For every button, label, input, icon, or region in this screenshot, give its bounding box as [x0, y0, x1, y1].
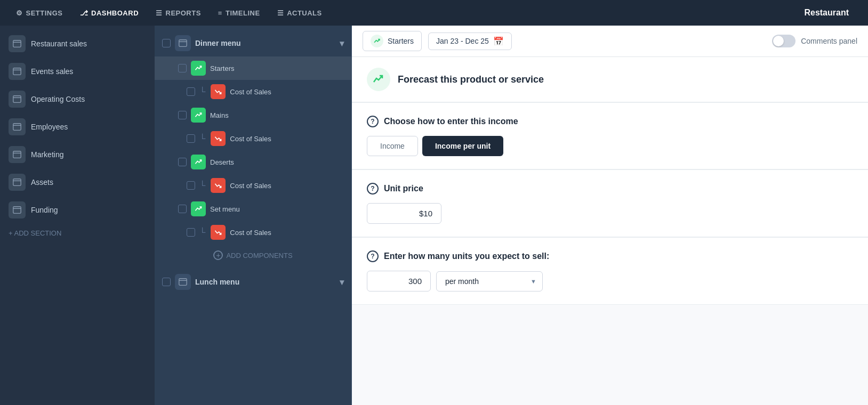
app-title: Restaurant — [804, 8, 859, 18]
unit-price-section: ? Unit price — [352, 170, 868, 237]
breadcrumb-trend-icon — [371, 35, 383, 47]
breadcrumb-pill[interactable]: Starters — [363, 31, 422, 51]
reports-icon: ☰ — [156, 9, 163, 17]
svg-rect-2 — [13, 68, 21, 75]
deserts-cos-checkbox[interactable] — [187, 181, 195, 190]
unit-price-title: ? Unit price — [367, 183, 853, 195]
units-section-label: Enter how many units you expect to sell: — [384, 252, 549, 261]
sidebar-item-operating-costs[interactable]: Operating Costs — [0, 85, 155, 113]
sidebar-label-employees: Employees — [31, 123, 68, 131]
calendar-icon: 📅 — [493, 36, 504, 46]
nav-label-actuals: ACTUALS — [287, 9, 322, 17]
units-help-icon[interactable]: ? — [367, 250, 379, 262]
menu-group-lunch: Lunch menu ▾ — [155, 269, 351, 295]
units-field[interactable] — [367, 271, 431, 291]
main-layout: Restaurant sales Events sales Operating … — [0, 26, 868, 405]
nav-items: ⚙ SETTINGS ⎇ DASHBOARD ☰ REPORTS ≡ TIMEL… — [9, 6, 804, 20]
income-help-icon[interactable]: ? — [367, 116, 379, 127]
setmenu-label: Set menu — [210, 205, 240, 213]
sidebar: Restaurant sales Events sales Operating … — [0, 26, 155, 405]
sidebar-item-restaurant-sales[interactable]: Restaurant sales — [0, 30, 155, 58]
svg-rect-4 — [13, 96, 21, 103]
mains-trend-icon — [191, 108, 206, 123]
starters-label: Starters — [210, 64, 235, 72]
nav-item-settings[interactable]: ⚙ SETTINGS — [9, 6, 70, 20]
sidebar-item-funding[interactable]: Funding — [0, 196, 155, 224]
sidebar-item-events-sales[interactable]: Events sales — [0, 58, 155, 85]
income-button[interactable]: Income — [367, 136, 418, 156]
sub-item-deserts-cos[interactable]: └ Cost of Sales — [155, 174, 351, 197]
nav-label-dashboard: DASHBOARD — [91, 9, 139, 17]
income-button-group: Income Income per unit — [367, 136, 853, 156]
forecast-title: Forecast this product or service — [398, 74, 544, 85]
add-components-button[interactable]: + ADD COMPONENTS — [155, 244, 351, 266]
top-nav: ⚙ SETTINGS ⎇ DASHBOARD ☰ REPORTS ≡ TIMEL… — [0, 0, 868, 26]
date-range-label: Jan 23 - Dec 25 — [436, 37, 489, 45]
setmenu-cos-checkbox[interactable] — [187, 228, 195, 237]
period-select[interactable]: per month per week per year — [436, 271, 543, 291]
dinner-menu-checkbox[interactable] — [162, 39, 171, 47]
nav-item-dashboard[interactable]: ⎇ DASHBOARD — [73, 6, 147, 20]
sub-item-starters-cos[interactable]: └ Cost of Sales — [155, 80, 351, 103]
forecast-section: Forecast this product or service — [352, 57, 868, 102]
unit-price-field[interactable] — [367, 203, 441, 224]
menu-item-mains[interactable]: Mains — [155, 103, 351, 127]
sidebar-label-operating-costs: Operating Costs — [31, 95, 85, 103]
income-type-section: ? Choose how to enter this income Income… — [352, 103, 868, 169]
nav-label-reports: REPORTS — [166, 9, 201, 17]
unit-price-label: Unit price — [384, 184, 423, 193]
operating-costs-icon — [9, 91, 26, 108]
lunch-menu-checkbox[interactable] — [162, 278, 171, 286]
setmenu-trend-icon — [191, 201, 206, 216]
menu-item-deserts[interactable]: Deserts — [155, 150, 351, 174]
menu-item-set-menu[interactable]: Set menu — [155, 197, 351, 221]
sub-item-mains-cos[interactable]: └ Cost of Sales — [155, 127, 351, 150]
lunch-menu-chevron: ▾ — [340, 277, 344, 287]
starters-checkbox[interactable] — [178, 64, 187, 72]
right-panel: Starters Jan 23 - Dec 25 📅 Comments pane… — [352, 26, 868, 405]
deserts-cos-icon — [211, 178, 226, 193]
mains-cos-checkbox[interactable] — [187, 134, 195, 143]
nav-item-timeline[interactable]: ≡ TIMELINE — [211, 6, 268, 20]
setmenu-cos-label: Cost of Sales — [230, 229, 271, 237]
toggle-knob — [773, 36, 784, 46]
sidebar-label-marketing: Marketing — [31, 150, 63, 159]
menu-item-starters[interactable]: Starters — [155, 56, 351, 80]
svg-rect-0 — [13, 40, 21, 47]
assets-icon — [9, 174, 26, 191]
svg-rect-10 — [13, 179, 21, 186]
period-select-wrapper: per month per week per year — [436, 271, 543, 291]
comments-toggle: Comments panel — [772, 35, 857, 47]
unit-price-help-icon[interactable]: ? — [367, 183, 379, 195]
add-section-label: + ADD SECTION — [9, 229, 61, 237]
tree-line-deserts: └ — [199, 181, 205, 190]
mains-cos-label: Cost of Sales — [230, 135, 271, 143]
nav-item-actuals[interactable]: ☰ ACTUALS — [270, 6, 329, 20]
lunch-menu-header[interactable]: Lunch menu ▾ — [155, 269, 351, 295]
deserts-checkbox[interactable] — [178, 158, 187, 166]
income-per-unit-button[interactable]: Income per unit — [422, 136, 503, 156]
sub-item-setmenu-cos[interactable]: └ Cost of Sales — [155, 221, 351, 244]
svg-rect-16 — [179, 279, 187, 286]
dinner-menu-icon — [175, 35, 191, 51]
menu-group-dinner: Dinner menu ▾ Starters └ — [155, 30, 351, 266]
nav-item-reports[interactable]: ☰ REPORTS — [148, 6, 208, 20]
comments-toggle-switch[interactable] — [772, 35, 795, 47]
date-range-pill[interactable]: Jan 23 - Dec 25 📅 — [428, 33, 512, 50]
sidebar-item-marketing[interactable]: Marketing — [0, 141, 155, 168]
actuals-icon: ☰ — [277, 9, 284, 17]
deserts-trend-icon — [191, 155, 206, 169]
setmenu-checkbox[interactable] — [178, 205, 187, 213]
starters-cos-checkbox[interactable] — [187, 87, 195, 96]
add-section-button[interactable]: + ADD SECTION — [0, 224, 155, 242]
deserts-cos-label: Cost of Sales — [230, 182, 271, 190]
sidebar-item-employees[interactable]: Employees — [0, 113, 155, 141]
sidebar-item-assets[interactable]: Assets — [0, 168, 155, 196]
forecast-icon-wrap — [367, 68, 390, 91]
dinner-menu-header[interactable]: Dinner menu ▾ — [155, 30, 351, 56]
lunch-menu-icon — [175, 274, 191, 290]
mains-checkbox[interactable] — [178, 111, 187, 119]
units-row: per month per week per year — [367, 271, 853, 291]
settings-icon: ⚙ — [16, 9, 23, 17]
add-components-label: ADD COMPONENTS — [226, 252, 292, 260]
